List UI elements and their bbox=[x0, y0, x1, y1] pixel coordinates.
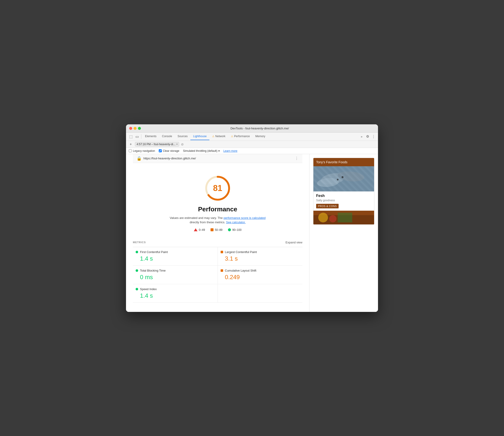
network-warning-icon: ⚠ bbox=[212, 135, 214, 138]
session-selector[interactable]: 4:57:16 PM – foul-heavenly-di... ▾ bbox=[135, 142, 179, 146]
lcp-value: 3.1 s bbox=[221, 255, 300, 262]
tbt-name-row: Total Blocking Time bbox=[136, 269, 215, 272]
metrics-section: METRICS Expand view First Contentful Pai… bbox=[133, 236, 302, 307]
metrics-grid: First Contentful Paint 1.4 s Largest Con… bbox=[133, 247, 302, 303]
legend-item-green: 90–100 bbox=[228, 228, 241, 232]
settings-icon[interactable]: ⚙ bbox=[365, 134, 370, 139]
preview-item-subtitle: Salty goodness bbox=[316, 199, 371, 202]
preview-card-header: Tony's Favorite Foods bbox=[313, 158, 374, 166]
add-session-button[interactable]: + bbox=[128, 142, 133, 147]
url-bar: 🔒 https://foul-heavenly-direction.glitch… bbox=[133, 154, 302, 163]
fcp-dot bbox=[136, 251, 138, 253]
preview-body: Fesh Salty goodness PROS & CONS bbox=[313, 191, 374, 211]
red-triangle-icon bbox=[194, 228, 197, 231]
options-bar: Legacy navigation Clear storage Simulate… bbox=[126, 148, 378, 154]
close-button[interactable] bbox=[129, 127, 132, 130]
fcp-name-row: First Contentful Paint bbox=[136, 250, 215, 254]
more-options-icon[interactable]: ⋮ bbox=[371, 134, 376, 139]
legacy-navigation-option[interactable]: Legacy navigation bbox=[129, 149, 155, 153]
devtools-tabbar: ⬚ ▭ Elements Console Sources Lighthouse … bbox=[126, 133, 378, 141]
metric-row-1: First Contentful Paint 1.4 s Largest Con… bbox=[133, 247, 302, 266]
tbt-label: Total Blocking Time bbox=[140, 269, 166, 272]
site-favicon: 🔒 bbox=[137, 156, 142, 161]
performance-warning-icon: ⚠ bbox=[231, 135, 233, 138]
fcp-value: 1.4 s bbox=[136, 255, 215, 262]
preview-card: Tony's Favorite Foods bbox=[313, 158, 374, 225]
throttling-selector[interactable]: Simulated throttling (default) ▾ bbox=[183, 149, 220, 153]
main-content: 🔒 https://foul-heavenly-direction.glitch… bbox=[126, 154, 378, 312]
metric-fcp: First Contentful Paint 1.4 s bbox=[133, 247, 218, 265]
calculator-link[interactable]: See calculator. bbox=[226, 220, 246, 224]
si-value: 1.4 s bbox=[136, 292, 215, 299]
toolbar-right: ⚙ ⋮ bbox=[365, 134, 376, 139]
expand-view-button[interactable]: Expand view bbox=[285, 241, 302, 244]
devtools-window: DevTools - foul-heavenly-direction.glitc… bbox=[126, 124, 378, 312]
tab-lighthouse[interactable]: Lighthouse bbox=[190, 133, 209, 140]
score-ring: 81 bbox=[204, 174, 231, 202]
clear-storage-option[interactable]: Clear storage bbox=[159, 149, 179, 153]
session-bar: + 4:57:16 PM – foul-heavenly-di... ▾ ⊘ bbox=[126, 141, 378, 148]
url-display: https://foul-heavenly-direction.glitch.m… bbox=[143, 157, 293, 160]
score-section: 81 Performance Values are estimated and … bbox=[165, 168, 270, 236]
metric-row-2: Total Blocking Time 0 ms Cumulative Layo… bbox=[133, 266, 302, 284]
titlebar: DevTools - foul-heavenly-direction.glitc… bbox=[126, 124, 378, 133]
metric-lcp: Largest Contentful Paint 3.1 s bbox=[218, 247, 303, 265]
tab-network[interactable]: ⚠ Network bbox=[209, 133, 228, 140]
si-label: Speed Index bbox=[140, 287, 157, 291]
score-description: Values are estimated and may vary. The p… bbox=[170, 216, 266, 225]
session-dropdown-chevron: ▾ bbox=[176, 143, 178, 145]
svg-rect-12 bbox=[338, 212, 352, 222]
metrics-label: METRICS bbox=[133, 241, 146, 244]
traffic-lights bbox=[129, 127, 141, 130]
no-entry-icon[interactable]: ⊘ bbox=[181, 142, 184, 146]
metric-tbt: Total Blocking Time 0 ms bbox=[133, 266, 218, 284]
cls-label: Cumulative Layout Shift bbox=[225, 269, 256, 272]
minimize-button[interactable] bbox=[134, 127, 137, 130]
legend-item-red: 0–49 bbox=[194, 228, 205, 232]
metric-cls: Cumulative Layout Shift 0.249 bbox=[218, 266, 303, 284]
metric-row-3: Speed Index 1.4 s bbox=[133, 284, 302, 303]
fish-image-overlay bbox=[313, 166, 374, 191]
pros-cons-button[interactable]: PROS & CONS bbox=[316, 204, 339, 208]
maximize-button[interactable] bbox=[138, 127, 141, 130]
tab-performance[interactable]: ⚠ Performance bbox=[228, 133, 253, 140]
si-name-row: Speed Index bbox=[136, 287, 215, 291]
tab-sources[interactable]: Sources bbox=[175, 133, 190, 140]
tab-elements[interactable]: Elements bbox=[142, 133, 159, 140]
inspect-icon[interactable]: ⬚ bbox=[128, 134, 134, 140]
window-title: DevTools - foul-heavenly-direction.glitc… bbox=[145, 127, 375, 130]
more-tabs-button[interactable]: » bbox=[360, 134, 363, 139]
preview-fish-image bbox=[313, 166, 374, 191]
left-panel: 🔒 https://foul-heavenly-direction.glitch… bbox=[126, 154, 309, 312]
tbt-value: 0 ms bbox=[136, 274, 215, 281]
lcp-name-row: Largest Contentful Paint bbox=[221, 250, 300, 254]
legend-item-orange: 50–89 bbox=[211, 228, 222, 232]
cls-value: 0.249 bbox=[221, 274, 300, 281]
metric-si: Speed Index 1.4 s bbox=[133, 284, 218, 302]
right-panel: Tony's Favorite Foods bbox=[309, 154, 378, 312]
si-dot bbox=[136, 288, 138, 290]
cls-dot bbox=[221, 269, 223, 272]
metrics-header: METRICS Expand view bbox=[133, 241, 302, 244]
perf-score-link[interactable]: performance score is calculated bbox=[224, 216, 266, 220]
metric-empty bbox=[218, 284, 303, 302]
tbt-dot bbox=[136, 269, 138, 272]
tab-separator bbox=[141, 134, 141, 139]
learn-more-link[interactable]: Learn more bbox=[223, 149, 237, 153]
throttling-chevron: ▾ bbox=[218, 149, 220, 153]
svg-point-10 bbox=[318, 212, 328, 222]
cls-name-row: Cumulative Layout Shift bbox=[221, 269, 300, 272]
legacy-navigation-checkbox[interactable] bbox=[129, 149, 132, 152]
device-icon[interactable]: ▭ bbox=[134, 134, 140, 140]
green-circle-icon bbox=[228, 228, 231, 231]
fcp-label: First Contentful Paint bbox=[140, 250, 168, 254]
tab-memory[interactable]: Memory bbox=[253, 133, 268, 140]
lcp-label: Largest Contentful Paint bbox=[225, 250, 257, 254]
score-title: Performance bbox=[198, 206, 237, 213]
preview-second-image bbox=[313, 211, 374, 224]
svg-point-11 bbox=[329, 215, 337, 222]
url-more-button[interactable]: ⋮ bbox=[295, 156, 299, 161]
tab-console[interactable]: Console bbox=[159, 133, 175, 140]
score-legend: 0–49 50–89 90–100 bbox=[194, 228, 241, 232]
clear-storage-checkbox[interactable] bbox=[159, 149, 162, 152]
